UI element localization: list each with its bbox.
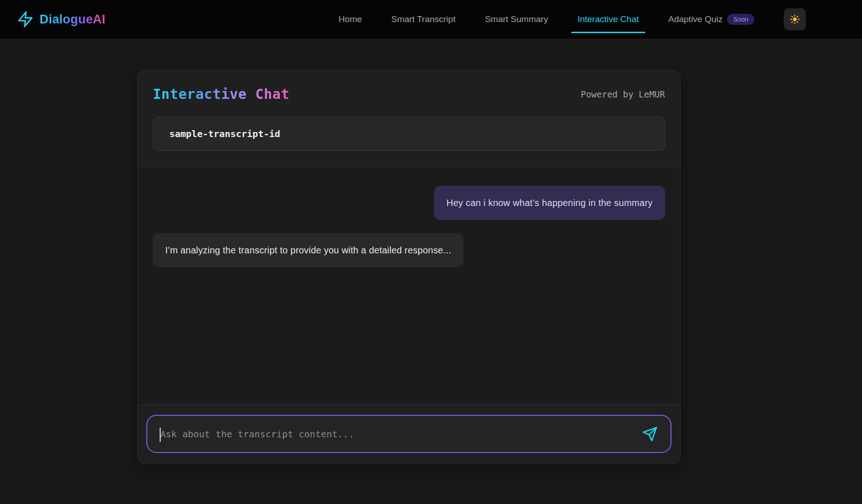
nav-item-interactive-chat[interactable]: Interactive Chat (578, 0, 639, 39)
send-button[interactable] (639, 424, 660, 445)
transcript-id-input[interactable] (153, 117, 665, 151)
nav-item-label: Smart Summary (485, 14, 548, 24)
theme-toggle-button[interactable] (784, 8, 806, 30)
nav-item-home[interactable]: Home (339, 0, 362, 39)
powered-by-label: Powered by LeMUR (581, 89, 665, 99)
composer-section (138, 405, 680, 464)
chat-messages-area: Hey can i know what’s happening in the s… (138, 166, 680, 405)
card-header: Interactive Chat Powered by LeMUR (138, 70, 680, 166)
nav-item-label: Smart Transcript (391, 14, 455, 24)
lightning-bolt-icon (17, 11, 34, 28)
nav-item-adaptive-quiz[interactable]: Adaptive Quiz Soon (668, 0, 754, 39)
assistant-message-bubble: I’m analyzing the transcript to provide … (153, 233, 463, 267)
main-nav: Home Smart Transcript Smart Summary Inte… (339, 0, 754, 39)
nav-item-smart-summary[interactable]: Smart Summary (485, 0, 548, 39)
composer-box (146, 415, 671, 453)
interactive-chat-card: Interactive Chat Powered by LeMUR Hey ca… (137, 70, 681, 464)
chat-message-input[interactable] (160, 429, 639, 440)
top-nav: DialogueAI Home Smart Transcript Smart S… (0, 0, 862, 39)
text-caret (160, 428, 161, 442)
page-body: Interactive Chat Powered by LeMUR Hey ca… (0, 70, 862, 464)
nav-item-label: Adaptive Quiz (668, 14, 723, 24)
nav-item-label: Interactive Chat (578, 14, 639, 24)
brand-name: DialogueAI (40, 12, 105, 27)
send-icon (642, 426, 658, 442)
sun-icon (789, 14, 800, 25)
nav-item-smart-transcript[interactable]: Smart Transcript (391, 0, 455, 39)
page-title: Interactive Chat (153, 86, 289, 102)
brand-logo[interactable]: DialogueAI (17, 11, 105, 28)
user-message-bubble: Hey can i know what’s happening in the s… (434, 186, 665, 220)
soon-badge: Soon (727, 14, 754, 25)
nav-item-label: Home (339, 14, 362, 24)
